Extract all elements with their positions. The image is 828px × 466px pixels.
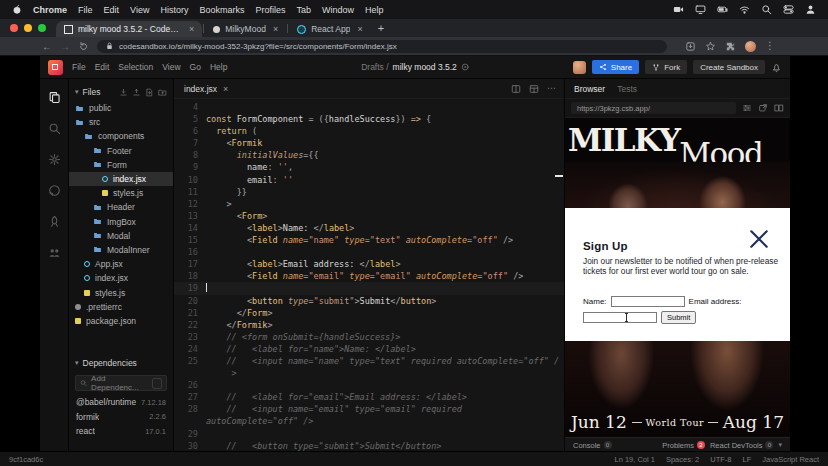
status-item[interactable]: UTF-8	[710, 455, 731, 464]
file-tree-item[interactable]: ModalInner	[69, 243, 173, 257]
file-tree-item[interactable]: public	[69, 101, 173, 115]
profile-avatar[interactable]	[745, 41, 756, 52]
devtools-problems[interactable]: Problems2	[662, 441, 705, 450]
email-input[interactable]	[583, 312, 657, 323]
chevron-down-icon[interactable]: ▾	[778, 441, 782, 449]
file-tree-item[interactable]: src	[69, 115, 173, 129]
kebab-icon[interactable]: ⋮	[765, 41, 775, 51]
fork-button[interactable]: Fork	[645, 60, 687, 74]
file-tree-item[interactable]: .prettierrc	[69, 300, 173, 314]
new-tab-button[interactable]: +	[378, 22, 384, 34]
notifications-bell-icon[interactable]	[771, 62, 782, 73]
add-dependency-input[interactable]: Add Dependenc...	[75, 375, 167, 391]
window-close-button[interactable]	[10, 24, 18, 32]
csb-menu-edit[interactable]: Edit	[95, 62, 110, 72]
star-icon[interactable]	[705, 41, 716, 52]
file-tree-item[interactable]: App.jsx	[69, 257, 173, 271]
status-item[interactable]: Spaces: 2	[666, 455, 699, 464]
menubar-item-edit[interactable]: Edit	[104, 5, 120, 15]
layout-icon[interactable]	[529, 84, 539, 94]
rail-github[interactable]	[48, 181, 61, 199]
menubar-item-bookmarks[interactable]: Bookmarks	[199, 5, 244, 15]
browser-tab[interactable]: React App×	[289, 21, 371, 37]
browser-tab[interactable]: milky mood 3.5.2 - CodeSand×	[56, 21, 202, 37]
sliders-icon[interactable]	[742, 103, 752, 113]
file-tree-item[interactable]: Form	[69, 158, 173, 172]
file-tree-item[interactable]: index.jsx	[69, 172, 173, 186]
browser-tab[interactable]: MilkyMood×	[205, 21, 286, 37]
file-tree-item[interactable]: Footer	[69, 144, 173, 158]
dependencies-section-header[interactable]: ▾ Dependencies	[69, 354, 173, 372]
rail-settings[interactable]	[48, 150, 61, 168]
menubar-item-profiles[interactable]: Profiles	[255, 5, 285, 15]
devtools-console[interactable]: Console0	[573, 441, 612, 450]
scrollbar-marker[interactable]	[555, 175, 563, 177]
menubar-item-help[interactable]: Help	[365, 5, 384, 15]
status-item[interactable]: JavaScript React	[762, 455, 819, 464]
status-item[interactable]: Ln 19, Col 1	[614, 455, 654, 464]
rail-rocket[interactable]	[48, 212, 61, 230]
preview-address-bar[interactable]: https://3pkzg.csb.app/	[571, 102, 736, 114]
code-area[interactable]: 45const FormComponent = ({handleSuccess}…	[174, 99, 564, 452]
puzzle-icon[interactable]	[725, 41, 736, 52]
tab-close-icon[interactable]: ×	[271, 24, 278, 34]
files-section-header[interactable]: ▾ Files	[69, 83, 173, 101]
dependency-item[interactable]: react17.0.1	[69, 424, 173, 439]
rail-search[interactable]	[48, 119, 61, 137]
rail-live[interactable]	[48, 243, 61, 261]
status-item[interactable]: LF	[743, 455, 752, 464]
display-icon[interactable]	[695, 4, 706, 15]
back-icon[interactable]: ←	[42, 41, 52, 52]
install-icon[interactable]	[685, 41, 696, 52]
user-icon[interactable]	[805, 4, 816, 15]
file-tree-item[interactable]: ImgBox	[69, 215, 173, 229]
file-tree-item[interactable]: styles.js	[69, 186, 173, 200]
columns-icon[interactable]	[511, 84, 521, 94]
split-icon[interactable]	[774, 103, 784, 113]
rail-explorer[interactable]	[48, 88, 61, 106]
control-center-icon[interactable]	[783, 4, 794, 15]
upload-icon[interactable]	[132, 88, 141, 97]
codesandbox-logo-icon[interactable]	[48, 60, 63, 75]
name-input[interactable]	[611, 296, 685, 307]
file-tree-item[interactable]: index.jsx	[69, 271, 173, 285]
tab-close-icon[interactable]: ×	[355, 24, 362, 34]
submit-button[interactable]: Submit	[661, 311, 696, 324]
create-sandbox-button[interactable]: Create Sandbox	[693, 60, 765, 74]
window-minimize-button[interactable]	[24, 24, 32, 32]
reload-icon[interactable]	[78, 37, 89, 55]
folder-plus-icon[interactable]	[158, 88, 167, 97]
menubar-item-window[interactable]: Window	[322, 5, 354, 15]
sandbox-info-icon[interactable]	[461, 63, 469, 71]
wifi-icon[interactable]	[739, 4, 750, 15]
sandbox-breadcrumb[interactable]: Drafts / milky mood 3.5.2	[361, 62, 469, 72]
share-button[interactable]: Share	[592, 60, 639, 74]
battery-icon[interactable]	[717, 4, 728, 15]
file-tree-item[interactable]: package.json	[69, 314, 173, 328]
editor-tab[interactable]: index.jsx ×	[174, 79, 238, 98]
download-icon[interactable]	[119, 88, 128, 97]
dependency-item[interactable]: @babel/runtime7.12.18	[69, 395, 173, 410]
menubar-item-file[interactable]: File	[78, 5, 93, 15]
csb-menu-file[interactable]: File	[72, 62, 86, 72]
dots-icon[interactable]: ⋯	[547, 84, 556, 93]
menubar-item-tab[interactable]: Tab	[296, 5, 311, 15]
tab-tests[interactable]: Tests	[617, 84, 637, 94]
csb-menu-selection[interactable]: Selection	[118, 62, 153, 72]
file-tree-item[interactable]: Header	[69, 200, 173, 214]
tab-browser[interactable]: Browser	[574, 84, 605, 94]
close-tab-icon[interactable]: ×	[223, 84, 228, 94]
menubar-item-history[interactable]: History	[160, 5, 188, 15]
code-editor[interactable]: index.jsx × ⋯ 45const FormComponent = ({…	[174, 79, 564, 452]
search-icon[interactable]	[761, 4, 772, 15]
window-zoom-button[interactable]	[38, 24, 46, 32]
dependency-item[interactable]: formik2.2.6	[69, 410, 173, 425]
csb-menu-go[interactable]: Go	[190, 62, 201, 72]
address-bar[interactable]: codesandbox.io/s/milky-mood-352-3pkzg?fi…	[97, 40, 667, 53]
modal-close-icon[interactable]	[748, 228, 770, 250]
file-plus-icon[interactable]	[145, 88, 154, 97]
menubar-item-view[interactable]: View	[130, 5, 149, 15]
user-avatar[interactable]	[573, 61, 586, 74]
devtools-react-devtools[interactable]: React DevTools0	[710, 441, 774, 450]
forward-icon[interactable]: →	[60, 41, 70, 52]
